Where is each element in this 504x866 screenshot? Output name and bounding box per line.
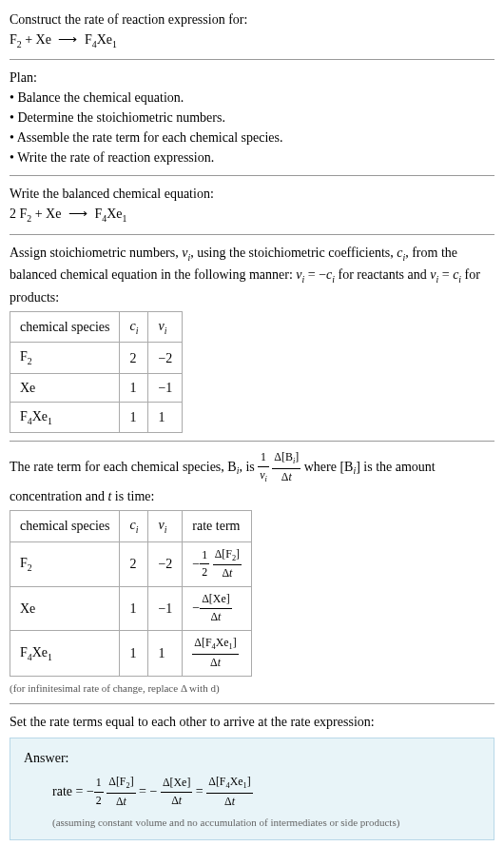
table-cell: 1 bbox=[120, 402, 148, 432]
fraction: Δ[F2]Δt bbox=[213, 546, 242, 583]
intro-equation: F2 + Xe ⟶ F4Xe1 bbox=[10, 30, 494, 51]
table-row: Xe 1 −1 −Δ[Xe]Δt bbox=[10, 587, 252, 631]
table-header: ci bbox=[120, 311, 148, 342]
table-header: chemical species bbox=[10, 511, 120, 541]
table-cell: −2 bbox=[148, 541, 183, 587]
answer-note: (assuming constant volume and no accumul… bbox=[24, 815, 480, 831]
fraction: Δ[Xe]Δt bbox=[200, 591, 231, 626]
arrow-icon: ⟶ bbox=[58, 30, 77, 49]
table-header: νi bbox=[148, 311, 183, 342]
plan-bullet: • Balance the chemical equation. bbox=[10, 88, 494, 108]
table-cell: Xe bbox=[10, 373, 120, 402]
divider bbox=[10, 703, 494, 704]
answer-label: Answer: bbox=[24, 748, 480, 768]
stoich-text: Assign stoichiometric numbers, νi, using… bbox=[10, 243, 494, 307]
intro-section: Construct the rate of reaction expressio… bbox=[10, 10, 494, 51]
stoich-section: Assign stoichiometric numbers, νi, using… bbox=[10, 243, 494, 433]
balanced-title: Write the balanced chemical equation: bbox=[10, 184, 494, 204]
fraction: 12 bbox=[94, 775, 104, 810]
table-row: Xe 1 −1 bbox=[10, 373, 183, 402]
rate-term-section: The rate term for each chemical species,… bbox=[10, 449, 494, 696]
table-cell: −1 bbox=[148, 373, 183, 402]
table-cell: 1 bbox=[120, 373, 148, 402]
table-cell: 1 bbox=[120, 587, 148, 631]
table-cell: 2 bbox=[120, 541, 148, 587]
table-cell: 1 bbox=[148, 631, 183, 677]
table-header: rate term bbox=[183, 511, 252, 541]
fraction: Δ[F4Xe1]Δt bbox=[192, 635, 238, 672]
fraction: 1νi bbox=[258, 449, 269, 486]
table-header: chemical species bbox=[10, 311, 120, 342]
table-cell: F2 bbox=[10, 541, 120, 587]
plan-bullet: • Assemble the rate term for each chemic… bbox=[10, 128, 494, 148]
table-row: F2 2 −2 bbox=[10, 343, 183, 373]
rate-term-note: (for infinitesimal rate of change, repla… bbox=[10, 680, 494, 697]
fraction: Δ[Bi]Δt bbox=[272, 449, 300, 486]
divider bbox=[10, 441, 494, 442]
divider bbox=[10, 234, 494, 235]
final-section: Set the rate terms equal to each other t… bbox=[10, 712, 494, 840]
plan-bullet: • Write the rate of reaction expression. bbox=[10, 148, 494, 167]
answer-expression: rate = −12 Δ[F2]Δt = − Δ[Xe]Δt = Δ[F4Xe1… bbox=[24, 774, 480, 811]
table-cell: 1 bbox=[120, 631, 148, 677]
table-cell: F2 bbox=[10, 343, 120, 373]
fraction: Δ[F4Xe1]Δt bbox=[206, 774, 252, 811]
rate-term-table: chemical species ci νi rate term F2 2 −2… bbox=[10, 510, 252, 677]
table-cell: F4Xe1 bbox=[10, 402, 120, 432]
divider bbox=[10, 59, 494, 60]
divider bbox=[10, 175, 494, 176]
table-cell: 1 bbox=[148, 402, 183, 432]
stoich-table: chemical species ci νi F2 2 −2 Xe 1 −1 F… bbox=[10, 311, 183, 433]
table-row: F4Xe1 1 1 Δ[F4Xe1]Δt bbox=[10, 631, 252, 677]
fraction: Δ[F2]Δt bbox=[107, 774, 135, 811]
table-cell: Xe bbox=[10, 587, 120, 631]
answer-box: Answer: rate = −12 Δ[F2]Δt = − Δ[Xe]Δt =… bbox=[10, 738, 494, 840]
table-cell: F4Xe1 bbox=[10, 631, 120, 677]
arrow-icon: ⟶ bbox=[68, 204, 87, 224]
table-row: chemical species ci νi bbox=[10, 311, 183, 342]
plan-section: Plan: • Balance the chemical equation. •… bbox=[10, 68, 494, 167]
rate-term-text: The rate term for each chemical species,… bbox=[10, 449, 494, 506]
table-cell: −12 Δ[F2]Δt bbox=[183, 541, 252, 587]
table-cell: −1 bbox=[148, 587, 183, 631]
table-cell: 2 bbox=[120, 343, 148, 373]
final-title: Set the rate terms equal to each other t… bbox=[10, 712, 494, 732]
balanced-equation: 2 F2 + Xe ⟶ F4Xe1 bbox=[10, 204, 494, 226]
fraction: Δ[Xe]Δt bbox=[161, 775, 192, 810]
plan-bullet: • Determine the stoichiometric numbers. bbox=[10, 108, 494, 128]
table-header: νi bbox=[148, 511, 183, 541]
plan-title: Plan: bbox=[10, 68, 494, 88]
table-cell: Δ[F4Xe1]Δt bbox=[183, 631, 252, 677]
table-cell: −2 bbox=[148, 343, 183, 373]
balanced-section: Write the balanced chemical equation: 2 … bbox=[10, 184, 494, 226]
intro-title: Construct the rate of reaction expressio… bbox=[10, 10, 494, 30]
table-row: F2 2 −2 −12 Δ[F2]Δt bbox=[10, 541, 252, 587]
table-header: ci bbox=[120, 511, 148, 541]
table-row: chemical species ci νi rate term bbox=[10, 511, 252, 541]
table-row: F4Xe1 1 1 bbox=[10, 402, 183, 432]
fraction: 12 bbox=[200, 547, 209, 582]
table-cell: −Δ[Xe]Δt bbox=[183, 587, 252, 631]
